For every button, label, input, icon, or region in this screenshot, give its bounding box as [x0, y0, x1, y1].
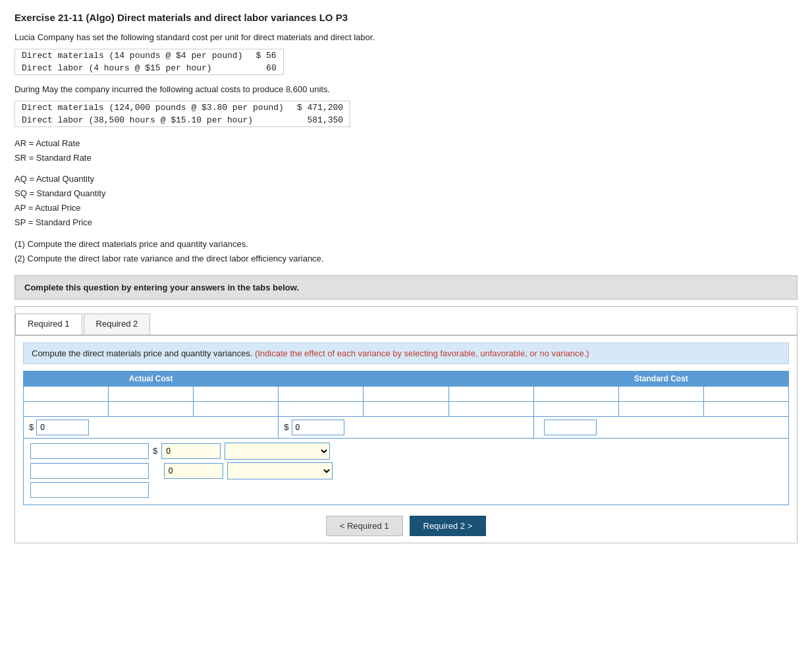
mid-total-input[interactable] [292, 420, 344, 435]
sc-input-1-2[interactable] [619, 387, 703, 401]
standard-costs-table: Direct materials (14 pounds @ $4 per pou… [14, 49, 284, 75]
mid-cell-2-2 [364, 401, 448, 416]
blue-instruction-text: Compute the direct materials price and q… [32, 348, 252, 358]
ac-total-row: $ [24, 416, 278, 438]
blue-instruction-highlight: (Indicate the effect of each variance by… [255, 348, 589, 358]
ac-cell-2-3 [194, 401, 278, 416]
actual-intro: During May the company incurred the foll… [14, 84, 798, 94]
sc-cell-2-1 [534, 401, 619, 416]
sc-value: 60 [249, 62, 283, 75]
mid-input-1-3[interactable] [449, 387, 533, 401]
ac-cell-1-3 [194, 386, 278, 401]
lower-row-1: $ Favorable Unfavorable No variance [30, 443, 782, 460]
intro-text: Lucia Company has set the following stan… [14, 32, 798, 42]
tab-required-1[interactable]: Required 1 [15, 313, 82, 335]
mid-cell-2-1 [279, 401, 364, 416]
prev-button[interactable]: < Required 1 [326, 516, 403, 536]
gray-banner: Complete this question by entering your … [14, 275, 798, 300]
lower-label-1[interactable] [30, 443, 149, 459]
lower-row-3 [30, 482, 782, 498]
tabs-row: Required 1 Required 2 [15, 313, 797, 336]
actual-cost-row: Direct labor (38,500 hours @ $15.10 per … [15, 114, 350, 127]
sc-dollar-placeholder [539, 422, 542, 432]
mid-input-2-3[interactable] [449, 402, 533, 416]
sc-input-1-3[interactable] [704, 387, 788, 401]
lower-label-2[interactable] [30, 463, 149, 479]
sc-cell-1-1 [534, 386, 619, 401]
ac-input-1-2[interactable] [109, 387, 193, 401]
ac-input-1-1[interactable] [24, 387, 108, 401]
lower-select-2[interactable]: Favorable Unfavorable No variance [227, 462, 333, 479]
sc-cell-2-3 [704, 401, 788, 416]
actual-costs-table: Direct materials (124,000 pounds @ $3.80… [14, 101, 350, 127]
mid-cell-2-3 [449, 401, 533, 416]
sc-input-2-3[interactable] [704, 402, 788, 416]
lower-amount-1[interactable] [161, 443, 221, 459]
sc-row-1 [534, 386, 788, 401]
ac-input-1-3[interactable] [194, 387, 278, 401]
variance-grid: Actual Cost $ [23, 371, 789, 505]
ac-cell-1-2 [109, 386, 194, 401]
page-title: Exercise 21-11 (Algo) Direct materials a… [14, 12, 798, 23]
tab-required-2[interactable]: Required 2 [84, 313, 151, 335]
mid-row-1 [279, 386, 533, 401]
middle-rows [279, 386, 533, 416]
actual-cost-block: Actual Cost $ [23, 371, 278, 439]
definitions-2: AQ = Actual QuantitySQ = Standard Quanti… [14, 172, 798, 230]
sc-input-2-1[interactable] [534, 402, 618, 416]
next-button[interactable]: Required 2 > [410, 516, 487, 536]
actual-cost-row: Direct materials (124,000 pounds @ $3.80… [15, 101, 350, 115]
definition-item: SR = Standard Rate [14, 151, 798, 165]
lower-dollar-1: $ [153, 446, 157, 456]
middle-block: $ [278, 371, 533, 439]
sc-cell-2-2 [619, 401, 704, 416]
ac-total-input[interactable] [36, 420, 89, 435]
ac-cell-1-1 [24, 386, 109, 401]
sc-label: Direct labor (4 hours @ $15 per hour) [15, 62, 250, 75]
sc-value: $ 56 [249, 49, 283, 63]
actual-cost-header: Actual Cost [24, 371, 278, 386]
mid-dollar-sign: $ [284, 422, 288, 432]
ac-value: $ 471,200 [290, 101, 350, 115]
ac-label: Direct materials (124,000 pounds @ $3.80… [15, 101, 290, 115]
ac-input-2-2[interactable] [109, 402, 193, 416]
mid-input-1-1[interactable] [279, 387, 363, 401]
ac-value: 581,350 [290, 114, 350, 127]
ac-input-2-3[interactable] [194, 402, 278, 416]
standard-cost-row: Direct labor (4 hours @ $15 per hour)60 [15, 62, 284, 75]
sc-input-2-2[interactable] [619, 402, 703, 416]
mid-row-2 [279, 401, 533, 416]
standard-cost-row: Direct materials (14 pounds @ $4 per pou… [15, 49, 284, 63]
definition-item: AP = Actual Price [14, 201, 798, 215]
sc-total-input[interactable] [544, 420, 597, 435]
grid-top-row: Actual Cost $ [23, 371, 789, 439]
definition-item: SP = Standard Price [14, 215, 798, 230]
lower-label-3[interactable] [30, 482, 149, 498]
mid-input-2-1[interactable] [279, 402, 363, 416]
sc-input-1-1[interactable] [534, 387, 618, 401]
lower-select-1[interactable]: Favorable Unfavorable No variance [225, 443, 330, 460]
instructions: (1) Compute the direct materials price a… [14, 237, 798, 266]
lower-dollar-2 [153, 466, 160, 476]
lower-section: $ Favorable Unfavorable No variance [23, 439, 789, 505]
sc-cell-1-2 [619, 386, 704, 401]
mid-total-row: $ [279, 416, 533, 438]
nav-buttons: < Required 1 Required 2 > [23, 516, 789, 536]
actual-cost-row-2 [24, 401, 278, 416]
actual-cost-rows [24, 386, 278, 416]
actual-cost-row-1 [24, 386, 278, 401]
blue-instruction: Compute the direct materials price and q… [23, 342, 789, 364]
definition-item: SQ = Standard Quantity [14, 186, 798, 201]
sc-total-row [534, 416, 788, 438]
mid-input-1-2[interactable] [364, 387, 448, 401]
sc-cell-1-3 [704, 386, 788, 401]
standard-cost-rows [534, 386, 788, 416]
ac-cell-2-2 [109, 401, 194, 416]
tab-content: Compute the direct materials price and q… [15, 336, 797, 543]
lower-row-2: Favorable Unfavorable No variance [30, 462, 782, 479]
ac-input-2-1[interactable] [24, 402, 108, 416]
sc-row-2 [534, 401, 788, 416]
mid-input-2-2[interactable] [364, 402, 448, 416]
lower-amount-2[interactable] [164, 463, 223, 479]
mid-cell-1-2 [364, 386, 448, 401]
